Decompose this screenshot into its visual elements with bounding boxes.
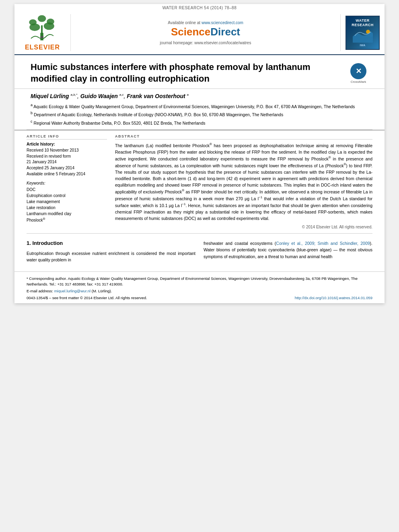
crossmark-icon: ✕ (350, 63, 366, 79)
author-1: Miquel Lürling (31, 93, 69, 99)
article-title: Humic substances interfere with phosphat… (31, 62, 340, 84)
water-research-badge: WATERRESEARCH IWA (346, 16, 380, 50)
svg-point-6 (38, 15, 46, 22)
svg-point-3 (29, 19, 37, 25)
page-footer: * Corresponding author. Aquatic Ecology … (14, 271, 385, 304)
abstract-text: The lanthanum (La) modified bentonite Ph… (115, 142, 372, 222)
svg-rect-1 (41, 25, 43, 35)
issn-text: 0043-1354/$ – see front matter © 2014 El… (27, 296, 147, 300)
journal-citation: WATER RESEARCH 54 (2014) 78–88 (162, 6, 237, 10)
wr-visual-icon (353, 29, 373, 43)
email-link[interactable]: miquel.lurling@wur.nl (54, 289, 90, 293)
journal-homepage: journal homepage: www.elsevier.com/locat… (160, 41, 251, 45)
available-url[interactable]: www.sciencedirect.com (202, 21, 243, 25)
affiliation-b: b Department of Aquatic Ecology, Netherl… (31, 111, 368, 118)
elsevier-name: ELSEVIER (25, 44, 60, 51)
keywords-section: Keywords: DOC Eutrophication control Lak… (27, 181, 107, 223)
crossmark-label: CrossMark (351, 80, 366, 84)
corresponding-author-note: * Corresponding author. Aquatic Ecology … (27, 276, 372, 288)
svg-point-5 (47, 18, 55, 25)
affiliation-c: c Regional Water Authority Brabantse Del… (31, 119, 368, 126)
crossmark-container: ✕ CrossMark (348, 62, 368, 84)
intro-col-right: freshwater and coastal ecosystems (Conle… (204, 240, 372, 263)
keyword-lanthanum: Lanthanum modified clay (27, 211, 107, 217)
accepted-date: Accepted 25 January 2014 (27, 165, 107, 171)
history-label: Article history: (27, 142, 107, 146)
article-info-abstract-section: ARTICLE INFO Article history: Received 1… (14, 130, 385, 233)
article-page: WATER RESEARCH 54 (2014) 78–88 (14, 4, 385, 303)
introduction-section: 1. Introduction Eutrophication through e… (14, 234, 385, 267)
author-3: Frank van Oosterhout (127, 93, 185, 99)
two-col-container: ARTICLE INFO Article history: Received 1… (27, 134, 372, 229)
keywords-label: Keywords: (27, 181, 107, 185)
intro-right-text: freshwater and coastal ecosystems (Conle… (204, 240, 372, 260)
intro-heading: 1. Introduction (27, 240, 195, 246)
water-research-badge-container: WATERRESEARCH IWA (340, 14, 380, 51)
available-online-text: Available online at www.sciencedirect.co… (168, 21, 243, 25)
header-row: ELSEVIER Available online at www.science… (14, 11, 385, 55)
article-info-label: ARTICLE INFO (27, 134, 107, 140)
received-date: Received 10 November 2013 (27, 148, 107, 153)
keyword-phoslock: Phoslock® (27, 217, 107, 223)
authors-line: Miquel Lürling a,b,*, Guido Waajen a,c, … (31, 93, 368, 99)
intro-title: Introduction (32, 240, 63, 246)
received-revised: Received in revised form 21 January 2014 (27, 154, 107, 165)
article-info-col: ARTICLE INFO Article history: Received 1… (27, 134, 107, 229)
intro-cols: 1. Introduction Eutrophication through e… (27, 240, 372, 263)
intro-left-text: Eutrophication through excessive nutrien… (27, 250, 195, 263)
article-history: Article history: Received 10 November 20… (27, 142, 107, 177)
intro-col-left: 1. Introduction Eutrophication through e… (27, 240, 195, 263)
title-section: Humic substances interfere with phosphat… (14, 55, 385, 89)
ref-conley[interactable]: Conley et al., 2009; Smith and Schindler… (276, 241, 370, 246)
title-row: Humic substances interfere with phosphat… (31, 62, 368, 84)
elsevier-tree-icon (26, 14, 58, 42)
keyword-lake-management: Lake management (27, 199, 107, 205)
journal-header-bar: WATER RESEARCH 54 (2014) 78–88 (14, 4, 385, 11)
copyright-text: © 2014 Elsevier Ltd. All rights reserved… (115, 225, 372, 229)
elsevier-logo-container: ELSEVIER (19, 14, 71, 51)
author-2: Guido Waajen (80, 93, 118, 99)
affiliation-a: a Aquatic Ecology & Water Quality Manage… (31, 103, 368, 110)
wr-title: WATERRESEARCH (352, 18, 374, 27)
email-footnote: E-mail address: miquel.lurling@wur.nl (M… (27, 289, 372, 293)
footer-bottom: 0043-1354/$ – see front matter © 2014 El… (27, 296, 372, 300)
abstract-col: ABSTRACT The lanthanum (La) modified ben… (115, 134, 372, 229)
authors-section: Miquel Lürling a,b,*, Guido Waajen a,c, … (14, 89, 385, 129)
sciencedirect-container: Available online at www.sciencedirect.co… (71, 14, 340, 51)
elsevier-logo: ELSEVIER (25, 14, 60, 51)
sciencedirect-logo: ScienceDirect (171, 26, 240, 38)
keyword-eutrophication: Eutrophication control (27, 193, 107, 199)
abstract-label: ABSTRACT (115, 134, 372, 140)
available-online-date: Available online 5 February 2014 (27, 171, 107, 177)
keyword-lake-restoration: Lake restoration (27, 205, 107, 211)
doi-link[interactable]: http://dx.doi.org/10.1016/j.watres.2014.… (295, 296, 372, 300)
keyword-doc: DOC (27, 187, 107, 193)
